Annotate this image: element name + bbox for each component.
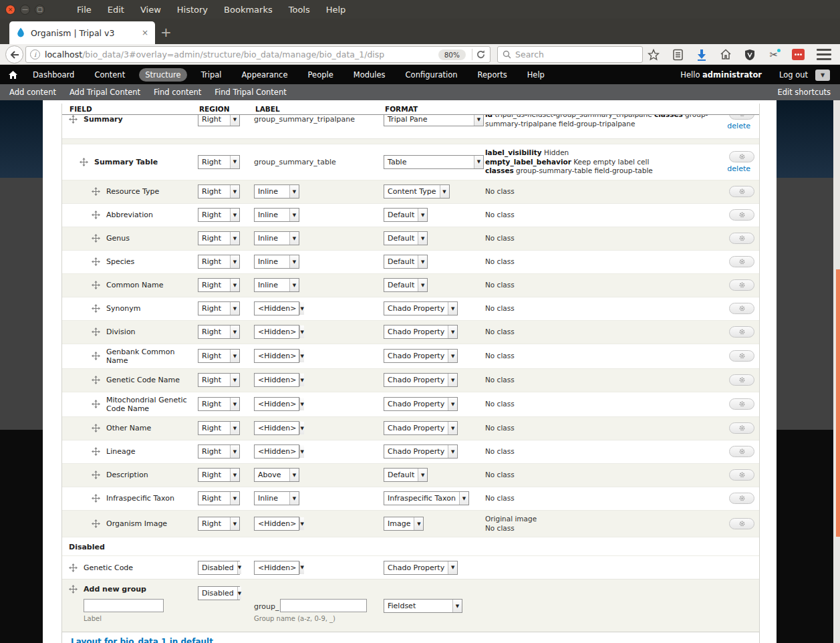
admin-home-icon[interactable] <box>8 70 18 80</box>
label-select[interactable]: Inline▼ <box>254 184 299 199</box>
tab-close-icon[interactable]: × <box>142 28 148 37</box>
format-select[interactable]: Chado Property▼ <box>384 444 458 459</box>
format-select[interactable]: Default▼ <box>384 468 428 482</box>
group-label-input[interactable] <box>84 599 164 612</box>
search-box[interactable] <box>497 46 643 63</box>
region-select[interactable]: Right▼ <box>198 421 240 435</box>
admin-menu-appearance[interactable]: Appearance <box>235 68 293 82</box>
region-select[interactable]: Right▼ <box>198 325 240 339</box>
scrollbar-thumb[interactable] <box>836 269 840 537</box>
drag-handle-icon[interactable] <box>80 158 88 166</box>
drag-handle-icon[interactable] <box>92 234 100 243</box>
drag-handle-icon[interactable] <box>92 400 100 408</box>
menu-history[interactable]: History <box>177 5 208 15</box>
region-select[interactable]: Right▼ <box>198 468 240 482</box>
drag-handle-icon[interactable] <box>69 115 78 124</box>
label-select[interactable]: <Hidden>▼ <box>254 444 299 459</box>
admin-menu-structure[interactable]: Structure <box>139 68 187 82</box>
window-maximize-button[interactable]: ▢ <box>35 5 45 15</box>
label-select[interactable]: <Hidden>▼ <box>254 517 299 531</box>
format-select[interactable]: Chado Property▼ <box>384 421 458 435</box>
drag-handle-icon[interactable] <box>69 563 78 572</box>
format-select[interactable]: Default▼ <box>384 278 428 292</box>
group-name-input[interactable] <box>280 599 367 612</box>
drag-handle-icon[interactable] <box>92 519 100 528</box>
url-bar[interactable]: i localhost/bio_data/3#overlay=admin/str… <box>25 46 491 63</box>
region-select[interactable]: Right▼ <box>198 255 240 269</box>
format-settings-gear-button[interactable] <box>729 303 754 314</box>
drag-handle-icon[interactable] <box>69 585 78 594</box>
admin-menu-people[interactable]: People <box>302 68 339 82</box>
format-select[interactable]: Image▼ <box>384 517 424 531</box>
label-select[interactable]: <Hidden>▼ <box>254 373 299 387</box>
format-select[interactable]: Chado Property▼ <box>384 373 458 387</box>
region-select[interactable]: Right▼ <box>198 184 240 199</box>
format-select[interactable]: Chado Property▼ <box>384 349 458 363</box>
drag-handle-icon[interactable] <box>92 447 100 456</box>
label-select[interactable]: <Hidden>▼ <box>254 301 299 315</box>
format-select[interactable]: Chado Property▼ <box>384 397 458 411</box>
site-info-icon[interactable]: i <box>30 49 40 59</box>
admin-menu-tripal[interactable]: Tripal <box>195 68 228 82</box>
format-settings-gear-button[interactable] <box>729 151 754 162</box>
format-settings-gear-button[interactable] <box>729 186 754 197</box>
search-input[interactable] <box>515 49 622 59</box>
format-settings-gear-button[interactable] <box>729 350 754 362</box>
drag-handle-icon[interactable] <box>92 471 100 479</box>
admin-menu-configuration[interactable]: Configuration <box>400 68 464 82</box>
toolbar-toggle-button[interactable]: ▼ <box>815 70 830 81</box>
format-select[interactable]: Chado Property▼ <box>384 325 458 339</box>
region-select[interactable]: Right▼ <box>198 301 240 315</box>
group-format-select[interactable]: Fieldset▼ <box>384 599 462 613</box>
drag-handle-icon[interactable] <box>92 352 100 360</box>
menu-view[interactable]: View <box>140 5 161 15</box>
label-select[interactable]: Inline▼ <box>254 231 299 245</box>
admin-menu-dashboard[interactable]: Dashboard <box>27 68 80 82</box>
region-select[interactable]: Right▼ <box>198 397 240 411</box>
new-tab-button[interactable]: + <box>160 25 172 39</box>
region-select[interactable]: Right▼ <box>198 517 240 531</box>
drag-handle-icon[interactable] <box>92 211 100 219</box>
drag-handle-icon[interactable] <box>92 257 100 266</box>
bookmarks-list-icon[interactable] <box>671 48 684 61</box>
logout-link[interactable]: Log out <box>779 70 808 80</box>
drag-handle-icon[interactable] <box>92 494 100 503</box>
label-select[interactable]: <Hidden>▼ <box>254 397 299 411</box>
label-select[interactable]: <Hidden>▼ <box>254 421 299 435</box>
region-select[interactable]: Disabled▼ <box>198 586 240 600</box>
shortcut-link[interactable]: Add Tripal Content <box>69 88 140 97</box>
menu-file[interactable]: File <box>77 5 92 15</box>
admin-menu-content[interactable]: Content <box>88 68 131 82</box>
drag-handle-icon[interactable] <box>92 187 100 196</box>
format-settings-gear-button[interactable] <box>729 256 754 267</box>
format-select[interactable]: Default▼ <box>384 255 428 269</box>
format-select[interactable]: Default▼ <box>384 231 428 245</box>
region-select[interactable]: Right▼ <box>198 278 240 292</box>
delete-link[interactable]: delete <box>727 122 750 130</box>
region-select[interactable]: Right▼ <box>198 349 240 363</box>
shield-icon[interactable] <box>743 48 756 61</box>
label-select[interactable]: <Hidden>▼ <box>254 325 299 339</box>
format-settings-gear-button[interactable] <box>729 279 754 291</box>
label-select[interactable]: Inline▼ <box>254 491 299 505</box>
format-settings-gear-button[interactable] <box>729 115 754 120</box>
reload-icon[interactable] <box>476 49 486 59</box>
drag-handle-icon[interactable] <box>92 281 100 289</box>
label-select[interactable]: <Hidden>▼ <box>254 349 299 363</box>
home-icon[interactable] <box>719 48 732 61</box>
bookmark-star-icon[interactable] <box>647 48 660 61</box>
menu-icon[interactable] <box>817 49 831 60</box>
region-select[interactable]: Right▼ <box>198 373 240 387</box>
label-select[interactable]: Above▼ <box>254 468 299 482</box>
format-settings-gear-button[interactable] <box>729 518 754 529</box>
label-select[interactable]: <Hidden>▼ <box>254 561 299 575</box>
admin-menu-help[interactable]: Help <box>521 68 551 82</box>
format-select[interactable]: Chado Property▼ <box>384 561 458 575</box>
edit-shortcuts-link[interactable]: Edit shortcuts <box>777 88 831 97</box>
format-select[interactable]: Tripal Pane▼ <box>384 115 484 126</box>
shortcut-link[interactable]: Find content <box>154 88 201 97</box>
format-settings-gear-button[interactable] <box>729 374 754 386</box>
window-close-button[interactable]: × <box>5 5 15 15</box>
region-select[interactable]: Right▼ <box>198 444 240 459</box>
label-select[interactable]: Inline▼ <box>254 208 299 222</box>
